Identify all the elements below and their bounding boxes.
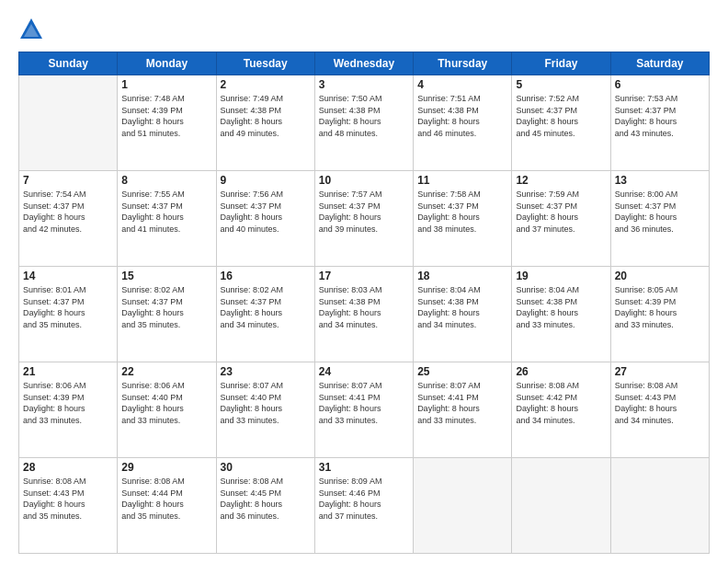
day-number: 27 (615, 365, 705, 378)
calendar-cell (414, 458, 512, 554)
calendar-cell: 21Sunrise: 8:06 AM Sunset: 4:39 PM Dayli… (19, 362, 118, 458)
logo (18, 17, 48, 42)
calendar-cell: 22Sunrise: 8:06 AM Sunset: 4:40 PM Dayli… (118, 362, 216, 458)
calendar-cell: 15Sunrise: 8:02 AM Sunset: 4:37 PM Dayli… (118, 267, 216, 362)
day-number: 20 (615, 270, 705, 282)
day-number: 31 (319, 461, 409, 474)
calendar-cell: 8Sunrise: 7:55 AM Sunset: 4:37 PM Daylig… (118, 171, 216, 267)
calendar-cell: 25Sunrise: 8:07 AM Sunset: 4:41 PM Dayli… (414, 362, 512, 458)
calendar-cell: 29Sunrise: 8:08 AM Sunset: 4:44 PM Dayli… (118, 458, 216, 554)
day-info: Sunrise: 8:01 AM Sunset: 4:37 PM Dayligh… (23, 284, 113, 330)
day-info: Sunrise: 7:58 AM Sunset: 4:37 PM Dayligh… (417, 189, 507, 235)
logo-icon (18, 17, 44, 42)
calendar-day-header: Saturday (610, 52, 709, 75)
calendar-cell: 23Sunrise: 8:07 AM Sunset: 4:40 PM Dayli… (216, 362, 314, 458)
day-info: Sunrise: 8:02 AM Sunset: 4:37 PM Dayligh… (121, 284, 211, 330)
day-number: 11 (417, 174, 507, 187)
day-number: 26 (516, 365, 606, 378)
day-info: Sunrise: 8:07 AM Sunset: 4:41 PM Dayligh… (319, 380, 409, 426)
calendar-cell: 18Sunrise: 8:04 AM Sunset: 4:38 PM Dayli… (414, 267, 512, 362)
day-info: Sunrise: 7:56 AM Sunset: 4:37 PM Dayligh… (221, 189, 311, 235)
calendar-cell (512, 458, 610, 554)
calendar-cell (19, 75, 118, 171)
day-info: Sunrise: 8:05 AM Sunset: 4:39 PM Dayligh… (615, 284, 705, 330)
day-number: 1 (121, 78, 211, 91)
day-info: Sunrise: 7:59 AM Sunset: 4:37 PM Dayligh… (516, 189, 606, 235)
calendar-cell: 19Sunrise: 8:04 AM Sunset: 4:38 PM Dayli… (512, 267, 610, 362)
header (18, 17, 710, 42)
calendar-cell: 12Sunrise: 7:59 AM Sunset: 4:37 PM Dayli… (512, 171, 610, 267)
calendar-week-row: 21Sunrise: 8:06 AM Sunset: 4:39 PM Dayli… (19, 362, 710, 458)
day-number: 9 (221, 174, 311, 187)
day-info: Sunrise: 8:08 AM Sunset: 4:42 PM Dayligh… (516, 380, 606, 426)
calendar-cell: 27Sunrise: 8:08 AM Sunset: 4:43 PM Dayli… (610, 362, 709, 458)
day-info: Sunrise: 7:52 AM Sunset: 4:37 PM Dayligh… (516, 93, 606, 139)
calendar-week-row: 28Sunrise: 8:08 AM Sunset: 4:43 PM Dayli… (19, 458, 710, 554)
day-number: 19 (516, 270, 606, 282)
day-number: 8 (121, 174, 211, 187)
day-info: Sunrise: 8:08 AM Sunset: 4:45 PM Dayligh… (221, 476, 311, 522)
day-number: 5 (516, 78, 606, 91)
calendar-cell: 13Sunrise: 8:00 AM Sunset: 4:37 PM Dayli… (610, 171, 709, 267)
calendar-day-header: Sunday (19, 52, 118, 75)
day-number: 13 (615, 174, 705, 187)
day-number: 7 (23, 174, 113, 187)
day-number: 22 (121, 365, 211, 378)
calendar-cell: 14Sunrise: 8:01 AM Sunset: 4:37 PM Dayli… (19, 267, 118, 362)
day-info: Sunrise: 7:54 AM Sunset: 4:37 PM Dayligh… (23, 189, 113, 235)
day-info: Sunrise: 7:49 AM Sunset: 4:38 PM Dayligh… (221, 93, 311, 139)
day-info: Sunrise: 8:08 AM Sunset: 4:43 PM Dayligh… (23, 476, 113, 522)
calendar-day-header: Tuesday (216, 52, 314, 75)
calendar-cell: 11Sunrise: 7:58 AM Sunset: 4:37 PM Dayli… (414, 171, 512, 267)
calendar-cell: 31Sunrise: 8:09 AM Sunset: 4:46 PM Dayli… (314, 458, 413, 554)
day-number: 16 (221, 270, 311, 282)
day-info: Sunrise: 7:51 AM Sunset: 4:38 PM Dayligh… (417, 93, 507, 139)
calendar-cell: 20Sunrise: 8:05 AM Sunset: 4:39 PM Dayli… (610, 267, 709, 362)
day-info: Sunrise: 7:50 AM Sunset: 4:38 PM Dayligh… (319, 93, 409, 139)
calendar-cell: 1Sunrise: 7:48 AM Sunset: 4:39 PM Daylig… (118, 75, 216, 171)
calendar-cell: 3Sunrise: 7:50 AM Sunset: 4:38 PM Daylig… (314, 75, 413, 171)
calendar-week-row: 14Sunrise: 8:01 AM Sunset: 4:37 PM Dayli… (19, 267, 710, 362)
calendar-cell: 6Sunrise: 7:53 AM Sunset: 4:37 PM Daylig… (610, 75, 709, 171)
day-number: 2 (221, 78, 311, 91)
day-info: Sunrise: 8:04 AM Sunset: 4:38 PM Dayligh… (516, 284, 606, 330)
day-info: Sunrise: 8:04 AM Sunset: 4:38 PM Dayligh… (417, 284, 507, 330)
calendar-cell: 4Sunrise: 7:51 AM Sunset: 4:38 PM Daylig… (414, 75, 512, 171)
day-info: Sunrise: 8:06 AM Sunset: 4:40 PM Dayligh… (121, 380, 211, 426)
calendar-cell: 5Sunrise: 7:52 AM Sunset: 4:37 PM Daylig… (512, 75, 610, 171)
day-number: 25 (417, 365, 507, 378)
calendar-cell: 26Sunrise: 8:08 AM Sunset: 4:42 PM Dayli… (512, 362, 610, 458)
day-number: 28 (23, 461, 113, 474)
calendar-day-header: Monday (118, 52, 216, 75)
day-info: Sunrise: 7:55 AM Sunset: 4:37 PM Dayligh… (121, 189, 211, 235)
day-number: 3 (319, 78, 409, 91)
day-number: 14 (23, 270, 113, 282)
calendar-cell: 10Sunrise: 7:57 AM Sunset: 4:37 PM Dayli… (314, 171, 413, 267)
day-number: 6 (615, 78, 705, 91)
day-number: 4 (417, 78, 507, 91)
calendar-day-header: Thursday (414, 52, 512, 75)
day-number: 21 (23, 365, 113, 378)
calendar-table: SundayMondayTuesdayWednesdayThursdayFrid… (18, 52, 710, 554)
day-number: 10 (319, 174, 409, 187)
page: SundayMondayTuesdayWednesdayThursdayFrid… (0, 0, 728, 563)
calendar-header-row: SundayMondayTuesdayWednesdayThursdayFrid… (19, 52, 710, 75)
day-info: Sunrise: 8:08 AM Sunset: 4:43 PM Dayligh… (615, 380, 705, 426)
calendar-day-header: Wednesday (314, 52, 413, 75)
day-info: Sunrise: 8:00 AM Sunset: 4:37 PM Dayligh… (615, 189, 705, 235)
day-number: 29 (121, 461, 211, 474)
day-info: Sunrise: 8:02 AM Sunset: 4:37 PM Dayligh… (221, 284, 311, 330)
day-info: Sunrise: 8:08 AM Sunset: 4:44 PM Dayligh… (121, 476, 211, 522)
calendar-cell: 2Sunrise: 7:49 AM Sunset: 4:38 PM Daylig… (216, 75, 314, 171)
day-info: Sunrise: 8:06 AM Sunset: 4:39 PM Dayligh… (23, 380, 113, 426)
day-info: Sunrise: 7:57 AM Sunset: 4:37 PM Dayligh… (319, 189, 409, 235)
calendar-cell: 28Sunrise: 8:08 AM Sunset: 4:43 PM Dayli… (19, 458, 118, 554)
calendar-cell: 7Sunrise: 7:54 AM Sunset: 4:37 PM Daylig… (19, 171, 118, 267)
day-info: Sunrise: 8:07 AM Sunset: 4:40 PM Dayligh… (221, 380, 311, 426)
calendar-cell: 30Sunrise: 8:08 AM Sunset: 4:45 PM Dayli… (216, 458, 314, 554)
day-info: Sunrise: 7:48 AM Sunset: 4:39 PM Dayligh… (121, 93, 211, 139)
calendar-cell: 16Sunrise: 8:02 AM Sunset: 4:37 PM Dayli… (216, 267, 314, 362)
day-number: 24 (319, 365, 409, 378)
day-info: Sunrise: 8:09 AM Sunset: 4:46 PM Dayligh… (319, 476, 409, 522)
day-info: Sunrise: 8:03 AM Sunset: 4:38 PM Dayligh… (319, 284, 409, 330)
